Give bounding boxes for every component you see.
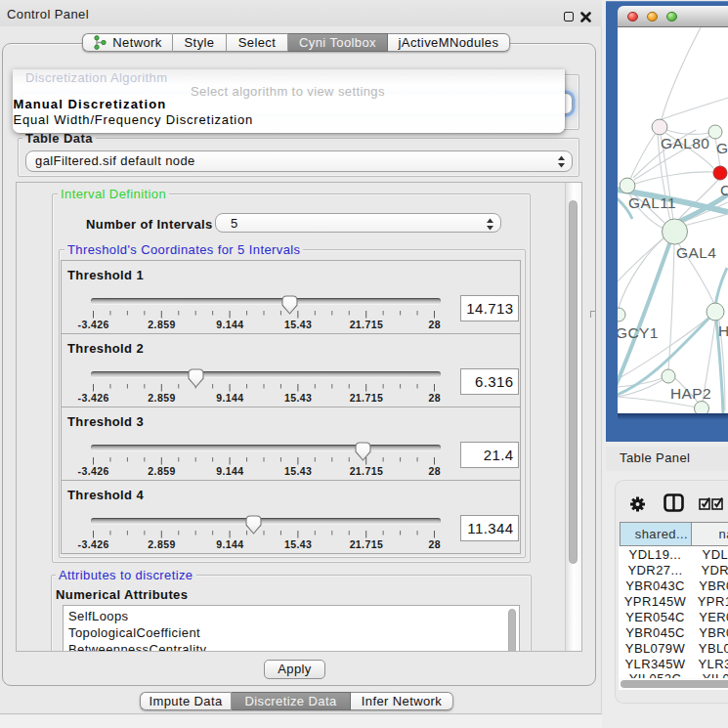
svg-text:H: H: [718, 322, 728, 339]
svg-text:HAP2: HAP2: [670, 385, 711, 402]
svg-text:GAL80: GAL80: [661, 135, 709, 151]
svg-text:GAL4: GAL4: [676, 244, 716, 261]
svg-text:C: C: [720, 182, 728, 198]
svg-text:GA: GA: [716, 140, 728, 156]
svg-text:GAL11: GAL11: [628, 194, 676, 211]
svg-text:GCY1: GCY1: [618, 324, 659, 341]
